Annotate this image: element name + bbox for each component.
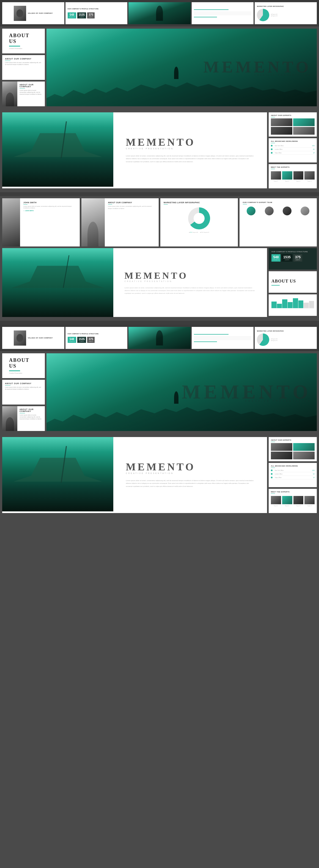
thumb-portrait[interactable]: [129, 2, 190, 24]
memento-title-2: MEMENTO: [126, 136, 255, 148]
about-company-title-2: ABOUT OUR COMPANY: [20, 84, 43, 88]
main-slides-section-2: ABOUT US Creative Presentation ABOUT OUR…: [0, 351, 319, 435]
panel-stats-profile[interactable]: OUR COMPANY'S PROFILE STRUCTURE 548 PROJ…: [269, 248, 317, 270]
memento-subtitle-3: CREATIVE PRESENTATION: [124, 280, 256, 282]
thumbnail-strip-top: VALUES OF OUR COMPANY OUR COMPANY'S PROF…: [0, 0, 319, 26]
expert-name: John Smith: [23, 202, 76, 204]
left-col-slides-2: ABOUT US Creative Presentation ABOUT OUR…: [2, 353, 45, 431]
thumbnail-strip-2: VALUES OF OUR COMPANY OUR COMPANY'S PROF…: [0, 325, 319, 351]
about-us-title-2: ABOUT US: [9, 358, 38, 369]
slides-row-4: MEMENTO CREATIVE PRESENTATION Lorem ipsu…: [2, 437, 317, 513]
panel-about-experts[interactable]: ABOUT OUR EXPERTS: [269, 112, 317, 136]
panel-experts-2[interactable]: ABOUT OUR EXPERTS: [269, 437, 317, 461]
slide-about-company-3[interactable]: ABOUT OUR COMPANY Lorem ipsum dolor sit …: [2, 380, 45, 405]
right-panels-1: ABOUT OUR EXPERTS ALL BRANCHES WORLDWIDE…: [269, 112, 317, 188]
thumb2-values[interactable]: VALUES OF OUR COMPANY: [2, 327, 64, 349]
thumb2-profile[interactable]: OUR COMPANY'S PROFILE STRUCTURE 548 PROJ…: [66, 327, 128, 349]
slide-about-company-2[interactable]: ABOUT OUR COMPANY Lorem ipsum dolor sit …: [81, 198, 159, 246]
body-text-2: Lorem ipsum dolor sit amet, consectetur …: [124, 286, 256, 295]
slide-boat-2[interactable]: MEMENTO CREATIVE PRESENTATION Lorem ipsu…: [2, 248, 267, 317]
thumb1-label: VALUES OF OUR COMPANY: [28, 12, 53, 14]
slide-boat-memento-1[interactable]: MEMENTO CREATIVE PRESENTATION Lorem ipsu…: [2, 112, 267, 188]
second-row-wrap: MEMENTO CREATIVE PRESENTATION Lorem ipsu…: [2, 248, 317, 317]
memento-title-5: MEMENTO: [126, 461, 255, 473]
panel-meet-experts-2[interactable]: MEET THE EXPERTS Expert 1 Expert 2 Exper…: [269, 489, 317, 513]
memento-subtitle-5: CREATIVE PRESENTATION: [126, 472, 255, 474]
slides-row-inner: MEMENTO CREATIVE PRESENTATION Lorem ipsu…: [2, 248, 317, 317]
memento-title-4: MEMENTO: [182, 382, 311, 402]
slide-about-us-2[interactable]: ABOUT US Creative Presentation: [2, 353, 45, 378]
boat-section-2: MEMENTO CREATIVE PRESENTATION Lorem ipsu…: [0, 435, 319, 517]
about-company-label: ABOUT OUR COMPANY: [108, 202, 156, 204]
left-col-slides: ABOUT US Creative Presentation ABOUT OUR…: [2, 29, 45, 106]
body-text-3: Lorem ipsum dolor sit amet, consectetur …: [126, 479, 255, 488]
slide-memento-teal-1[interactable]: MEMENTO CREATIVE PRESENTATION: [46, 29, 317, 106]
thumb-profile[interactable]: OUR COMPANY'S PROFILE STRUCTURE 548 PROJ…: [66, 2, 128, 24]
about-us-title: ABOUT US: [9, 33, 38, 44]
thumb2-marketing[interactable]: MARKETING LAYER INFOGRAPHIC ■ Segment A …: [255, 327, 317, 349]
main-slides-section-1: ABOUT US Creative Presentation ABOUT OUR…: [0, 26, 319, 110]
stats-label: OUR COMPANY'S PROFILE STRUCTURE: [272, 251, 314, 252]
panel-branches-title: ALL BRANCHES WORLDWIDE: [271, 141, 315, 142]
panel-experts-title: ABOUT OUR EXPERTS: [271, 115, 315, 116]
three-col-section: John Smith Lorem ipsum dolor sit amet, c…: [0, 196, 319, 321]
body-text-1: Lorem ipsum dolor sit amet, consectetur …: [126, 154, 255, 163]
thumb2-portrait[interactable]: [129, 327, 190, 349]
bottom-padding: [0, 517, 319, 522]
about-company-3-title: ABOUT OUR COMPANY: [5, 382, 42, 384]
slide-expert-team[interactable]: OUR COMPANY'S EXPERT TEAM: [240, 198, 317, 246]
slides-row-3: ABOUT US Creative Presentation ABOUT OUR…: [2, 353, 317, 431]
panel-branches[interactable]: ALL BRANCHES WORLDWIDE New York Office U…: [269, 138, 317, 162]
right-panels-2: OUR COMPANY'S PROFILE STRUCTURE 548 PROJ…: [269, 248, 317, 317]
slide-boat-memento-3[interactable]: MEMENTO CREATIVE PRESENTATION Lorem ipsu…: [2, 437, 267, 513]
thumb2-label: OUR COMPANY'S PROFILE STRUCTURE: [68, 8, 99, 10]
slide-about-company-1[interactable]: ABOUT OUR COMPANY Lorem ipsum dolor sit …: [2, 55, 45, 80]
panel-meet-title: MEET THE EXPERTS: [271, 166, 315, 168]
marketing-label: MARKETING LAYER INFOGRAPHIC: [164, 202, 235, 204]
thumb-values[interactable]: VALUES OF OUR COMPANY: [2, 2, 64, 24]
slide-expert-profile[interactable]: John Smith Lorem ipsum dolor sit amet, c…: [2, 198, 80, 246]
memento-subtitle-2: CREATIVE PRESENTATION: [126, 148, 255, 150]
panel-line-chart[interactable]: [269, 294, 317, 316]
thumb2-content[interactable]: [192, 327, 254, 349]
memento-title-3: MEMENTO: [124, 271, 256, 281]
slides-row-2: MEMENTO CREATIVE PRESENTATION Lorem ipsu…: [2, 112, 317, 188]
thumb-content[interactable]: [192, 2, 254, 24]
slides-row-1: ABOUT US Creative Presentation ABOUT OUR…: [2, 29, 317, 106]
about-company-title-1: ABOUT OUR COMPANY: [5, 58, 42, 60]
about-us-badge-text: ABOUT US: [272, 279, 314, 284]
thumb-marketing[interactable]: MARKETING LAYER INFOGRAPHIC ■ Segment A …: [255, 2, 317, 24]
slides-row-3col: John Smith Lorem ipsum dolor sit amet, c…: [2, 198, 317, 246]
thumb5-label: MARKETING LAYER INFOGRAPHIC: [257, 5, 284, 7]
slide-memento-teal-2[interactable]: MEMENTO CREATIVE PRESENTATION: [46, 353, 317, 431]
gap-2: [0, 321, 319, 325]
panel-meet-experts[interactable]: MEET THE EXPERTS Expert 1 Expert 2 Exper…: [269, 164, 317, 188]
boat-section-1: MEMENTO CREATIVE PRESENTATION Lorem ipsu…: [0, 110, 319, 192]
slide-about-us-1[interactable]: ABOUT US Creative Presentation: [2, 29, 45, 54]
gap-1: [0, 192, 319, 196]
about-company-text: Lorem ipsum dolor sit amet, consectetur …: [5, 62, 42, 66]
memento-title-1: MEMENTO: [204, 59, 311, 75]
slide-marketing-infographic[interactable]: MARKETING LAYER INFOGRAPHIC ■ 65% Segmen…: [160, 198, 238, 246]
right-panels-3: ABOUT OUR EXPERTS ALL BRANCHES WORLDWIDE…: [269, 437, 317, 513]
panel-about-us-badge[interactable]: ABOUT US: [269, 271, 317, 293]
expert-team-label: OUR COMPANY'S EXPERT TEAM: [243, 202, 314, 203]
slide-about-company-photo-2[interactable]: ABOUT OUR COMPANY Lorem ipsum dolor sit …: [2, 406, 45, 431]
slide-about-company-photo[interactable]: ABOUT OUR COMPANY Lorem ipsum dolor sit …: [2, 82, 45, 106]
about-us-sub: Creative Presentation: [9, 48, 38, 49]
panel-branches-2[interactable]: ALL BRANCHES WORLDWIDE New York Office U…: [269, 463, 317, 487]
